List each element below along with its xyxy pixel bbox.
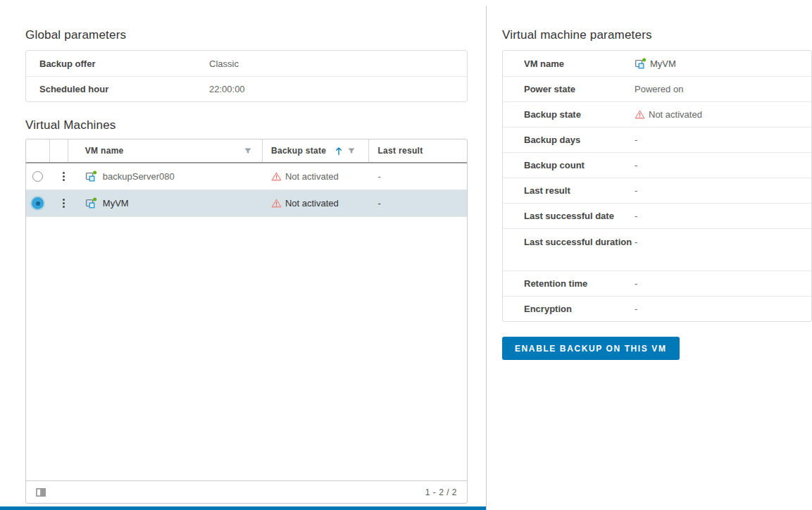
pane-divider: [486, 6, 487, 510]
kebab-menu-icon[interactable]: [61, 196, 66, 211]
virtual-machines-title: Virtual Machines: [25, 118, 116, 132]
param-value: -: [635, 278, 811, 289]
column-header-label: Backup state: [271, 146, 326, 156]
table-row: Backup state Not activated: [503, 101, 811, 127]
vm-name-text: MyVM: [103, 198, 129, 209]
datagrid-footer: 1 - 2 / 2: [26, 480, 467, 503]
param-value: Not activated: [635, 109, 811, 120]
row-radio-cell: [26, 163, 50, 189]
table-row: Backup count -: [503, 152, 811, 178]
right-pane: Virtual machine parameters VM name MyVM: [502, 0, 812, 510]
datagrid-header: VM name Backup state Last re: [26, 139, 467, 163]
kebab-menu-icon[interactable]: [61, 169, 66, 184]
param-value: MyVM: [635, 58, 811, 70]
vm-name-text: MyVM: [650, 58, 676, 69]
param-label: Backup days: [503, 134, 635, 146]
filter-icon[interactable]: [244, 147, 252, 155]
param-value: -: [635, 229, 811, 247]
backup-state-cell: Not activated: [263, 190, 370, 216]
param-value: -: [635, 185, 811, 196]
row-kebab-cell: [50, 163, 68, 189]
param-label: VM name: [503, 58, 635, 70]
column-header-label: VM name: [85, 146, 124, 156]
global-parameters-table: Backup offer Classic Scheduled hour 22:0…: [25, 50, 468, 102]
vm-row-myvm[interactable]: MyVM Not activated -: [26, 190, 467, 217]
vm-name-cell: backupServer080: [68, 163, 263, 189]
enable-backup-button[interactable]: ENABLE BACKUP ON THIS VM: [502, 337, 680, 360]
table-row: VM name MyVM: [503, 51, 811, 76]
column-header-actions: [50, 139, 68, 162]
warning-icon: [271, 198, 282, 209]
row-radio-cell: [26, 190, 50, 216]
left-pane: Global parameters Backup offer Classic S…: [25, 0, 468, 510]
param-label: Backup state: [503, 108, 635, 120]
param-value: -: [635, 160, 811, 170]
vm-name-cell: MyVM: [68, 190, 263, 216]
param-label: Encryption: [503, 303, 635, 315]
param-value: Classic: [209, 58, 467, 69]
pagination-text: 1 - 2 / 2: [425, 487, 457, 497]
param-label: Last successful date: [503, 210, 635, 222]
vm-running-icon: [85, 197, 97, 209]
column-header-vm-name[interactable]: VM name: [68, 139, 263, 162]
vm-parameters-table: VM name MyVM Power state Powered on: [502, 50, 812, 322]
param-label: Last successful duration: [503, 229, 635, 251]
table-row: Backup offer Classic: [26, 51, 467, 76]
radio-button-checked[interactable]: [32, 197, 44, 209]
bottom-accent-bar: [0, 506, 486, 510]
column-header-backup-state[interactable]: Backup state: [263, 139, 370, 162]
table-row: Retention time -: [503, 270, 811, 296]
backup-state-text: Not activated: [649, 109, 702, 120]
column-toggle-icon[interactable]: [36, 487, 46, 497]
param-label: Power state: [503, 83, 635, 95]
table-row: Last successful date -: [503, 203, 811, 228]
table-row: Power state Powered on: [503, 76, 811, 101]
vm-running-icon: [85, 170, 97, 182]
filter-icon[interactable]: [347, 147, 356, 155]
warning-icon: [271, 171, 282, 182]
table-row: Last result -: [503, 178, 811, 203]
warning-icon: [635, 109, 645, 120]
backup-state-text: Not activated: [285, 198, 339, 209]
global-parameters-title: Global parameters: [25, 28, 126, 42]
vm-parameters-title: Virtual machine parameters: [502, 28, 652, 42]
last-result-cell: -: [369, 190, 467, 216]
table-row: Encryption -: [503, 296, 811, 321]
param-label: Backup offer: [26, 58, 209, 69]
last-result-cell: -: [369, 163, 467, 189]
param-value: -: [635, 304, 811, 314]
table-row: Backup days -: [503, 127, 811, 152]
row-kebab-cell: [50, 190, 68, 216]
param-value: Powered on: [635, 84, 811, 94]
param-value: 22:00:00: [209, 84, 467, 94]
column-header-label: Last result: [377, 146, 423, 156]
vm-row-backupserver080[interactable]: backupServer080 Not activated -: [26, 163, 467, 190]
backup-management-screen: Global parameters Backup offer Classic S…: [0, 0, 812, 510]
datagrid-empty-area: [26, 217, 467, 480]
table-row: Last successful duration -: [503, 228, 811, 270]
param-label: Scheduled hour: [26, 84, 209, 94]
vm-name-text: backupServer080: [103, 171, 175, 182]
backup-state-text: Not activated: [285, 171, 339, 182]
radio-button-unchecked[interactable]: [32, 171, 43, 182]
sort-ascending-icon: [335, 147, 343, 156]
param-value: -: [635, 135, 811, 145]
column-header-last-result[interactable]: Last result: [369, 139, 467, 162]
param-label: Backup count: [503, 159, 635, 171]
param-label: Last result: [503, 185, 635, 197]
column-header-select: [26, 139, 50, 162]
param-label: Retention time: [503, 278, 635, 290]
table-row: Scheduled hour 22:00:00: [26, 76, 467, 101]
param-value: -: [635, 211, 811, 221]
vm-running-icon: [635, 58, 647, 70]
backup-state-cell: Not activated: [263, 163, 370, 189]
vm-datagrid: VM name Backup state Last re: [25, 139, 468, 504]
